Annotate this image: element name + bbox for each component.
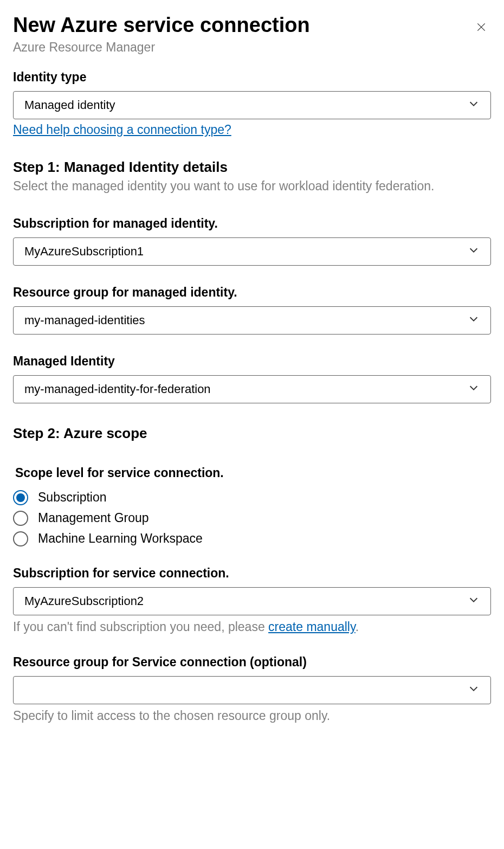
managed-identity-dropdown[interactable]: my-managed-identity-for-federation: [13, 375, 491, 403]
step1-section: Step 1: Managed Identity details Select …: [13, 159, 491, 195]
identity-type-label: Identity type: [13, 70, 491, 85]
dialog-title: New Azure service connection: [13, 13, 310, 38]
radio-label: Management Group: [38, 511, 149, 525]
radio-unselected-icon: [13, 511, 28, 526]
scope-option-subscription[interactable]: Subscription: [13, 490, 491, 505]
help-suffix: .: [356, 620, 359, 634]
mi-subscription-dropdown[interactable]: MyAzureSubscription1: [13, 237, 491, 266]
chevron-down-icon: [468, 244, 480, 259]
chevron-down-icon: [468, 313, 480, 328]
step2-heading: Step 2: Azure scope: [13, 425, 491, 442]
sc-subscription-field: Subscription for service connection. MyA…: [13, 566, 491, 635]
sc-subscription-help: If you can't find subscription you need,…: [13, 619, 491, 635]
scope-level-field: Scope level for service connection. Subs…: [13, 466, 491, 546]
header-text: New Azure service connection Azure Resou…: [13, 13, 310, 55]
step1-description: Select the managed identity you want to …: [13, 178, 491, 195]
mi-resource-group-field: Resource group for managed identity. my-…: [13, 285, 491, 335]
help-prefix: If you can't find subscription you need,…: [13, 620, 268, 634]
mi-resource-group-label: Resource group for managed identity.: [13, 285, 491, 300]
sc-resource-group-label: Resource group for Service connection (o…: [13, 655, 491, 670]
managed-identity-field: Managed Identity my-managed-identity-for…: [13, 354, 491, 403]
identity-type-field: Identity type Managed identity Need help…: [13, 70, 491, 137]
close-button[interactable]: [471, 17, 491, 38]
scope-level-radio-group: Subscription Management Group Machine Le…: [13, 490, 491, 546]
create-manually-link[interactable]: create manually: [268, 620, 356, 634]
sc-resource-group-field: Resource group for Service connection (o…: [13, 655, 491, 724]
step1-heading: Step 1: Managed Identity details: [13, 159, 491, 176]
mi-resource-group-dropdown[interactable]: my-managed-identities: [13, 306, 491, 335]
chevron-down-icon: [468, 98, 480, 113]
sc-subscription-value: MyAzureSubscription2: [24, 594, 144, 608]
sc-subscription-label: Subscription for service connection.: [13, 566, 491, 581]
chevron-down-icon: [468, 382, 480, 397]
scope-level-label: Scope level for service connection.: [15, 466, 491, 480]
managed-identity-value: my-managed-identity-for-federation: [24, 382, 211, 396]
chevron-down-icon: [468, 683, 480, 698]
mi-subscription-label: Subscription for managed identity.: [13, 216, 491, 231]
mi-subscription-value: MyAzureSubscription1: [24, 245, 144, 259]
managed-identity-label: Managed Identity: [13, 354, 491, 369]
scope-option-management-group[interactable]: Management Group: [13, 511, 491, 526]
step2-section: Step 2: Azure scope: [13, 425, 491, 442]
help-choosing-link[interactable]: Need help choosing a connection type?: [13, 123, 231, 137]
sc-resource-group-help: Specify to limit access to the chosen re…: [13, 708, 491, 724]
identity-type-dropdown[interactable]: Managed identity: [13, 91, 491, 119]
dialog-subtitle: Azure Resource Manager: [13, 40, 310, 55]
radio-unselected-icon: [13, 531, 28, 546]
close-icon: [476, 26, 487, 34]
radio-selected-icon: [13, 490, 28, 505]
chevron-down-icon: [468, 594, 480, 609]
mi-resource-group-value: my-managed-identities: [24, 313, 145, 327]
radio-label: Machine Learning Workspace: [38, 531, 203, 546]
dialog-header: New Azure service connection Azure Resou…: [13, 13, 491, 55]
radio-label: Subscription: [38, 490, 107, 505]
scope-option-ml-workspace[interactable]: Machine Learning Workspace: [13, 531, 491, 546]
sc-subscription-dropdown[interactable]: MyAzureSubscription2: [13, 587, 491, 615]
identity-type-value: Managed identity: [24, 98, 115, 112]
sc-resource-group-dropdown[interactable]: [13, 676, 491, 704]
mi-subscription-field: Subscription for managed identity. MyAzu…: [13, 216, 491, 266]
